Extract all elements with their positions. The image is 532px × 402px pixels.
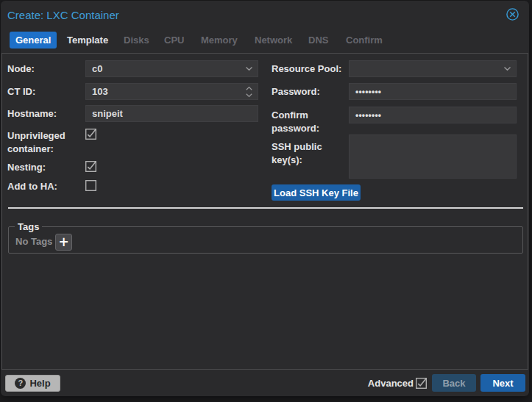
- advanced-checkbox[interactable]: [416, 378, 427, 389]
- help-button[interactable]: ? Help: [5, 375, 60, 392]
- hostname-label: Hostname:: [7, 105, 82, 122]
- add-to-ha-label: Add to HA:: [7, 178, 82, 195]
- question-mark-icon: ?: [15, 378, 26, 389]
- help-label: Help: [29, 378, 50, 389]
- tab-cpu[interactable]: CPU: [158, 32, 190, 49]
- password-input[interactable]: ••••••••: [349, 83, 517, 100]
- confirm-password-label: Confirm password:: [272, 109, 347, 134]
- advanced-label: Advanced: [368, 378, 414, 390]
- tab-disks[interactable]: Disks: [118, 32, 155, 49]
- tab-network[interactable]: Network: [249, 32, 298, 49]
- ssh-keys-label: SSH public key(s):: [272, 140, 347, 166]
- window-title: Create: LXC Container: [7, 9, 119, 22]
- resource-pool-dropdown-icon[interactable]: [503, 61, 511, 76]
- next-button[interactable]: Next: [480, 374, 525, 392]
- general-form-panel: Node: c0 CT ID: 103 Hostname: snipeit Un…: [1, 53, 528, 370]
- tags-legend: Tags: [15, 221, 42, 232]
- node-value: c0: [92, 63, 102, 74]
- no-tags-text: No Tags: [15, 236, 52, 247]
- add-to-ha-checkbox[interactable]: [85, 180, 96, 191]
- ct-id-label: CT ID:: [7, 83, 82, 100]
- unprivileged-label: Unprivileged container:: [7, 129, 82, 155]
- ct-id-spinner[interactable]: 103: [85, 83, 258, 100]
- confirm-password-value: ••••••••: [355, 110, 381, 121]
- confirm-password-input[interactable]: ••••••••: [349, 107, 517, 123]
- back-button[interactable]: Back: [432, 374, 476, 392]
- node-combobox[interactable]: c0: [85, 60, 258, 77]
- tab-dns[interactable]: DNS: [302, 32, 334, 49]
- resource-pool-label: Resource Pool:: [272, 60, 348, 77]
- tab-memory[interactable]: Memory: [195, 32, 244, 49]
- resource-pool-combobox[interactable]: [349, 60, 517, 77]
- nesting-label: Nesting:: [7, 159, 82, 176]
- tab-bar: General Template Disks CPU Memory Networ…: [1, 32, 529, 49]
- password-value: ••••••••: [355, 87, 381, 97]
- tab-confirm[interactable]: Confirm: [340, 32, 389, 49]
- node-dropdown-icon[interactable]: [245, 61, 253, 76]
- close-icon[interactable]: [506, 8, 519, 21]
- unprivileged-checkbox[interactable]: [85, 129, 96, 140]
- ct-id-spinner-icon[interactable]: [245, 85, 253, 100]
- nesting-checkbox[interactable]: [85, 161, 96, 172]
- password-label: Password:: [272, 83, 347, 100]
- ssh-keys-textarea[interactable]: [349, 134, 517, 179]
- hostname-input[interactable]: snipeit: [85, 105, 258, 122]
- tab-template[interactable]: Template: [61, 32, 114, 49]
- hostname-value: snipeit: [92, 108, 123, 119]
- create-lxc-container-dialog: Create: LXC Container General Template D…: [1, 1, 529, 396]
- load-ssh-key-file-button[interactable]: Load SSH Key File: [272, 184, 361, 201]
- tags-fieldset: Tags No Tags +: [8, 226, 523, 254]
- tab-general[interactable]: General: [10, 32, 57, 49]
- form-divider: [8, 207, 523, 209]
- add-tag-button[interactable]: +: [55, 234, 72, 251]
- node-label: Node:: [7, 60, 82, 77]
- ct-id-value: 103: [92, 86, 108, 97]
